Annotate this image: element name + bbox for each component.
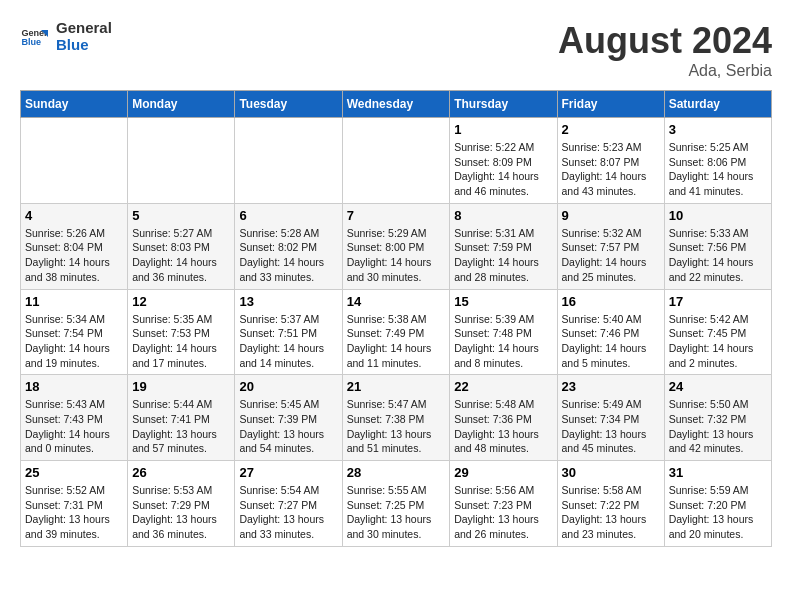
day-info: Sunrise: 5:44 AM Sunset: 7:41 PM Dayligh…: [132, 397, 230, 456]
day-number: 5: [132, 208, 230, 223]
weekday-thursday: Thursday: [450, 91, 557, 118]
day-number: 18: [25, 379, 123, 394]
day-number: 4: [25, 208, 123, 223]
weekday-monday: Monday: [128, 91, 235, 118]
calendar-cell-3-7: 17Sunrise: 5:42 AM Sunset: 7:45 PM Dayli…: [664, 289, 771, 375]
calendar-cell-3-2: 12Sunrise: 5:35 AM Sunset: 7:53 PM Dayli…: [128, 289, 235, 375]
calendar-cell-5-1: 25Sunrise: 5:52 AM Sunset: 7:31 PM Dayli…: [21, 461, 128, 547]
calendar-cell-5-7: 31Sunrise: 5:59 AM Sunset: 7:20 PM Dayli…: [664, 461, 771, 547]
day-info: Sunrise: 5:47 AM Sunset: 7:38 PM Dayligh…: [347, 397, 446, 456]
calendar-cell-2-3: 6Sunrise: 5:28 AM Sunset: 8:02 PM Daylig…: [235, 203, 342, 289]
weekday-sunday: Sunday: [21, 91, 128, 118]
calendar-cell-4-3: 20Sunrise: 5:45 AM Sunset: 7:39 PM Dayli…: [235, 375, 342, 461]
calendar-cell-4-4: 21Sunrise: 5:47 AM Sunset: 7:38 PM Dayli…: [342, 375, 450, 461]
day-info: Sunrise: 5:53 AM Sunset: 7:29 PM Dayligh…: [132, 483, 230, 542]
calendar-cell-1-5: 1Sunrise: 5:22 AM Sunset: 8:09 PM Daylig…: [450, 118, 557, 204]
calendar-cell-3-4: 14Sunrise: 5:38 AM Sunset: 7:49 PM Dayli…: [342, 289, 450, 375]
calendar-cell-3-6: 16Sunrise: 5:40 AM Sunset: 7:46 PM Dayli…: [557, 289, 664, 375]
day-info: Sunrise: 5:25 AM Sunset: 8:06 PM Dayligh…: [669, 140, 767, 199]
day-info: Sunrise: 5:49 AM Sunset: 7:34 PM Dayligh…: [562, 397, 660, 456]
day-number: 6: [239, 208, 337, 223]
day-number: 23: [562, 379, 660, 394]
calendar-cell-5-2: 26Sunrise: 5:53 AM Sunset: 7:29 PM Dayli…: [128, 461, 235, 547]
day-info: Sunrise: 5:40 AM Sunset: 7:46 PM Dayligh…: [562, 312, 660, 371]
day-number: 9: [562, 208, 660, 223]
day-number: 2: [562, 122, 660, 137]
day-info: Sunrise: 5:31 AM Sunset: 7:59 PM Dayligh…: [454, 226, 552, 285]
day-number: 17: [669, 294, 767, 309]
day-number: 24: [669, 379, 767, 394]
calendar-title: August 2024: [558, 20, 772, 62]
weekday-header-row: SundayMondayTuesdayWednesdayThursdayFrid…: [21, 91, 772, 118]
calendar-table: SundayMondayTuesdayWednesdayThursdayFrid…: [20, 90, 772, 547]
day-info: Sunrise: 5:27 AM Sunset: 8:03 PM Dayligh…: [132, 226, 230, 285]
day-number: 22: [454, 379, 552, 394]
day-info: Sunrise: 5:37 AM Sunset: 7:51 PM Dayligh…: [239, 312, 337, 371]
calendar-cell-4-5: 22Sunrise: 5:48 AM Sunset: 7:36 PM Dayli…: [450, 375, 557, 461]
logo-icon: General Blue: [20, 23, 48, 51]
calendar-cell-1-6: 2Sunrise: 5:23 AM Sunset: 8:07 PM Daylig…: [557, 118, 664, 204]
day-number: 8: [454, 208, 552, 223]
day-info: Sunrise: 5:33 AM Sunset: 7:56 PM Dayligh…: [669, 226, 767, 285]
day-number: 12: [132, 294, 230, 309]
day-info: Sunrise: 5:55 AM Sunset: 7:25 PM Dayligh…: [347, 483, 446, 542]
title-block: August 2024 Ada, Serbia: [558, 20, 772, 80]
calendar-week-3: 11Sunrise: 5:34 AM Sunset: 7:54 PM Dayli…: [21, 289, 772, 375]
day-info: Sunrise: 5:28 AM Sunset: 8:02 PM Dayligh…: [239, 226, 337, 285]
day-number: 10: [669, 208, 767, 223]
day-info: Sunrise: 5:43 AM Sunset: 7:43 PM Dayligh…: [25, 397, 123, 456]
day-info: Sunrise: 5:39 AM Sunset: 7:48 PM Dayligh…: [454, 312, 552, 371]
day-number: 29: [454, 465, 552, 480]
calendar-cell-2-1: 4Sunrise: 5:26 AM Sunset: 8:04 PM Daylig…: [21, 203, 128, 289]
calendar-cell-5-6: 30Sunrise: 5:58 AM Sunset: 7:22 PM Dayli…: [557, 461, 664, 547]
day-number: 11: [25, 294, 123, 309]
day-info: Sunrise: 5:35 AM Sunset: 7:53 PM Dayligh…: [132, 312, 230, 371]
calendar-cell-2-4: 7Sunrise: 5:29 AM Sunset: 8:00 PM Daylig…: [342, 203, 450, 289]
day-info: Sunrise: 5:38 AM Sunset: 7:49 PM Dayligh…: [347, 312, 446, 371]
calendar-cell-2-2: 5Sunrise: 5:27 AM Sunset: 8:03 PM Daylig…: [128, 203, 235, 289]
day-info: Sunrise: 5:26 AM Sunset: 8:04 PM Dayligh…: [25, 226, 123, 285]
day-info: Sunrise: 5:32 AM Sunset: 7:57 PM Dayligh…: [562, 226, 660, 285]
day-info: Sunrise: 5:52 AM Sunset: 7:31 PM Dayligh…: [25, 483, 123, 542]
logo-general: General: [56, 20, 112, 37]
calendar-cell-1-2: [128, 118, 235, 204]
day-number: 25: [25, 465, 123, 480]
day-number: 13: [239, 294, 337, 309]
day-info: Sunrise: 5:54 AM Sunset: 7:27 PM Dayligh…: [239, 483, 337, 542]
calendar-cell-3-5: 15Sunrise: 5:39 AM Sunset: 7:48 PM Dayli…: [450, 289, 557, 375]
calendar-cell-1-4: [342, 118, 450, 204]
logo: General Blue General Blue: [20, 20, 112, 53]
calendar-cell-4-6: 23Sunrise: 5:49 AM Sunset: 7:34 PM Dayli…: [557, 375, 664, 461]
day-number: 31: [669, 465, 767, 480]
page-header: General Blue General Blue August 2024 Ad…: [20, 20, 772, 80]
day-number: 21: [347, 379, 446, 394]
weekday-saturday: Saturday: [664, 91, 771, 118]
weekday-tuesday: Tuesday: [235, 91, 342, 118]
day-number: 14: [347, 294, 446, 309]
calendar-location: Ada, Serbia: [558, 62, 772, 80]
day-number: 15: [454, 294, 552, 309]
day-info: Sunrise: 5:59 AM Sunset: 7:20 PM Dayligh…: [669, 483, 767, 542]
day-number: 3: [669, 122, 767, 137]
day-number: 1: [454, 122, 552, 137]
calendar-cell-5-3: 27Sunrise: 5:54 AM Sunset: 7:27 PM Dayli…: [235, 461, 342, 547]
day-info: Sunrise: 5:22 AM Sunset: 8:09 PM Dayligh…: [454, 140, 552, 199]
day-number: 16: [562, 294, 660, 309]
calendar-cell-3-3: 13Sunrise: 5:37 AM Sunset: 7:51 PM Dayli…: [235, 289, 342, 375]
day-number: 7: [347, 208, 446, 223]
day-info: Sunrise: 5:42 AM Sunset: 7:45 PM Dayligh…: [669, 312, 767, 371]
logo-blue: Blue: [56, 37, 112, 54]
calendar-week-2: 4Sunrise: 5:26 AM Sunset: 8:04 PM Daylig…: [21, 203, 772, 289]
calendar-cell-3-1: 11Sunrise: 5:34 AM Sunset: 7:54 PM Dayli…: [21, 289, 128, 375]
weekday-friday: Friday: [557, 91, 664, 118]
day-info: Sunrise: 5:23 AM Sunset: 8:07 PM Dayligh…: [562, 140, 660, 199]
calendar-cell-2-6: 9Sunrise: 5:32 AM Sunset: 7:57 PM Daylig…: [557, 203, 664, 289]
day-info: Sunrise: 5:58 AM Sunset: 7:22 PM Dayligh…: [562, 483, 660, 542]
calendar-cell-4-2: 19Sunrise: 5:44 AM Sunset: 7:41 PM Dayli…: [128, 375, 235, 461]
day-number: 19: [132, 379, 230, 394]
calendar-week-5: 25Sunrise: 5:52 AM Sunset: 7:31 PM Dayli…: [21, 461, 772, 547]
day-number: 30: [562, 465, 660, 480]
calendar-cell-1-3: [235, 118, 342, 204]
svg-text:Blue: Blue: [21, 37, 41, 47]
day-number: 27: [239, 465, 337, 480]
